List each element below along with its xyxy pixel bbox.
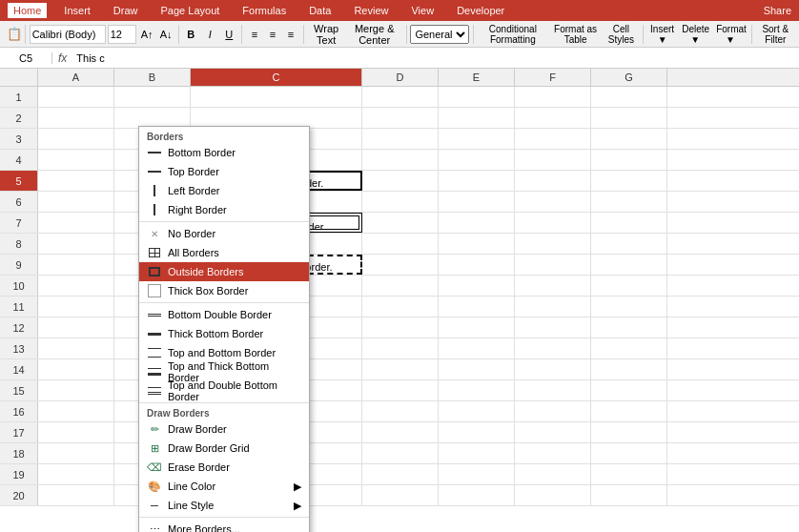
borders-dropdown-menu: Borders Bottom Border Top Border Left Bo…: [138, 126, 310, 532]
menu-item-top-border[interactable]: Top Border: [139, 162, 309, 181]
share-button[interactable]: Share: [764, 5, 791, 16]
row-num-6: 6: [0, 192, 38, 212]
menu-item-more-borders[interactable]: ⋯ More Borders...: [139, 520, 309, 532]
delete-button[interactable]: Delete ▼: [679, 23, 711, 46]
top-double-bottom-border-label: Top and Double Bottom Border: [168, 379, 301, 402]
menu-item-top-double-bottom-border[interactable]: Top and Double Bottom Border: [139, 381, 309, 400]
sort-filter-button[interactable]: Sort & Filter: [756, 23, 795, 46]
tab-formulas[interactable]: Formulas: [236, 3, 292, 18]
tab-insert[interactable]: Insert: [58, 3, 96, 18]
table-row: 11: [0, 297, 799, 317]
menu-separator-4: [139, 517, 309, 518]
table-row: 12: [0, 317, 799, 338]
menu-item-line-style[interactable]: ─ Line Style ▶: [139, 496, 309, 515]
font-size-increase-button[interactable]: A↑: [138, 28, 155, 41]
line-color-arrow-icon: ▶: [294, 481, 301, 493]
conditional-formatting-button[interactable]: Conditional Formatting: [478, 23, 548, 46]
format-as-table-button[interactable]: Format as Table: [550, 23, 602, 46]
left-border-label: Left Border: [168, 185, 219, 196]
erase-border-icon: ⌫: [147, 460, 162, 474]
outside-borders-label: Outside Borders: [168, 266, 243, 277]
tab-home[interactable]: Home: [8, 3, 47, 18]
tab-developer[interactable]: Developer: [451, 3, 510, 18]
menu-item-top-bottom-border[interactable]: Top and Bottom Border: [139, 343, 309, 362]
table-row: 15: [0, 380, 799, 401]
menu-item-left-border[interactable]: Left Border: [139, 181, 309, 200]
wrap-text-button[interactable]: Wrap Text: [308, 22, 345, 47]
table-row: 4: [0, 150, 799, 171]
right-border-label: Right Border: [168, 204, 227, 215]
top-border-label: Top Border: [168, 166, 219, 177]
corner-cell: [0, 69, 38, 86]
font-size-decrease-button[interactable]: A↓: [157, 28, 174, 41]
menu-item-erase-border[interactable]: ⌫ Erase Border: [139, 458, 309, 477]
tab-review[interactable]: Review: [348, 3, 394, 18]
bottom-border-icon: [147, 146, 162, 159]
left-border-icon: [147, 184, 162, 197]
menu-item-bottom-double-border[interactable]: Bottom Double Border: [139, 305, 309, 324]
menu-item-draw-border-grid[interactable]: ⊞ Draw Border Grid: [139, 439, 309, 458]
col-header-f: F: [515, 69, 591, 86]
menu-item-thick-box-border[interactable]: Thick Box Border: [139, 281, 309, 300]
col-header-c[interactable]: C: [191, 69, 362, 86]
italic-button[interactable]: I: [201, 28, 218, 41]
insert-button[interactable]: Insert ▼: [647, 23, 677, 46]
column-headers: A B C D E F G: [0, 69, 799, 87]
font-name-input[interactable]: [30, 25, 106, 44]
outside-borders-icon: [147, 265, 162, 278]
table-row: 17: [0, 422, 799, 443]
row-num-3: 3: [0, 129, 38, 149]
line-style-label: Line Style: [168, 500, 214, 511]
align-center-button[interactable]: ≡: [264, 28, 281, 41]
menu-separator-3: [139, 402, 309, 403]
row-num-17: 17: [0, 422, 38, 442]
all-borders-icon: [147, 246, 162, 259]
bottom-double-border-label: Bottom Double Border: [168, 309, 272, 320]
menu-item-no-border[interactable]: ✕ No Border: [139, 224, 309, 243]
menu-item-draw-border[interactable]: ✏ Draw Border: [139, 419, 309, 439]
align-right-button[interactable]: ≡: [282, 28, 299, 41]
menu-item-line-color[interactable]: 🎨 Line Color ▶: [139, 477, 309, 496]
tab-page-layout[interactable]: Page Layout: [155, 3, 226, 18]
table-row: 3Current Border Styles:: [0, 129, 799, 150]
tab-draw[interactable]: Draw: [108, 3, 144, 18]
thick-box-border-label: Thick Box Border: [168, 285, 248, 297]
draw-border-grid-icon: ⊞: [147, 441, 162, 455]
formula-bar: C5 fx: [0, 48, 799, 69]
cell-reference[interactable]: C5: [0, 52, 52, 64]
format-button[interactable]: Format ▼: [713, 23, 748, 46]
number-format-select[interactable]: General: [410, 25, 469, 44]
row-num-15: 15: [0, 380, 38, 400]
cell-styles-button[interactable]: Cell Styles: [604, 23, 640, 46]
top-bottom-border-icon: [147, 346, 162, 359]
bottom-double-border-icon: [147, 308, 162, 321]
thick-box-border-checkbox[interactable]: [147, 284, 162, 297]
font-size-input[interactable]: [108, 25, 136, 44]
line-color-icon: 🎨: [147, 480, 162, 493]
draw-borders-section-label: Draw Borders: [139, 405, 309, 419]
menu-item-outside-borders[interactable]: Outside Borders: [139, 262, 309, 281]
col-header-g: G: [591, 69, 667, 86]
row-num-5: 5: [0, 171, 38, 191]
bold-button[interactable]: B: [182, 28, 199, 41]
menu-item-right-border[interactable]: Right Border: [139, 200, 309, 219]
formula-input[interactable]: [72, 52, 799, 64]
menu-item-top-thick-bottom-border[interactable]: Top and Thick Bottom Border: [139, 362, 309, 381]
row-num-4: 4: [0, 150, 38, 170]
menu-item-bottom-border[interactable]: Bottom Border: [139, 143, 309, 162]
draw-border-icon: ✏: [147, 422, 162, 436]
spreadsheet-grid: A B C D E F G 1 2 3Current Border Styles…: [0, 69, 799, 506]
table-row: 5rounded by a single border.: [0, 171, 799, 192]
no-border-icon: ✕: [147, 227, 162, 240]
align-left-button[interactable]: ≡: [246, 28, 263, 41]
row-num-10: 10: [0, 276, 38, 296]
merge-center-button[interactable]: Merge & Center: [347, 22, 402, 47]
table-row: 19: [0, 464, 799, 485]
menu-item-all-borders[interactable]: All Borders: [139, 243, 309, 262]
menu-item-thick-bottom-border[interactable]: Thick Bottom Border: [139, 324, 309, 343]
tab-data[interactable]: Data: [303, 3, 337, 18]
tab-view[interactable]: View: [405, 3, 440, 18]
paste-button[interactable]: 📋: [4, 26, 21, 42]
menu-section-borders-label: Borders: [139, 129, 309, 143]
underline-button[interactable]: U: [220, 28, 237, 41]
